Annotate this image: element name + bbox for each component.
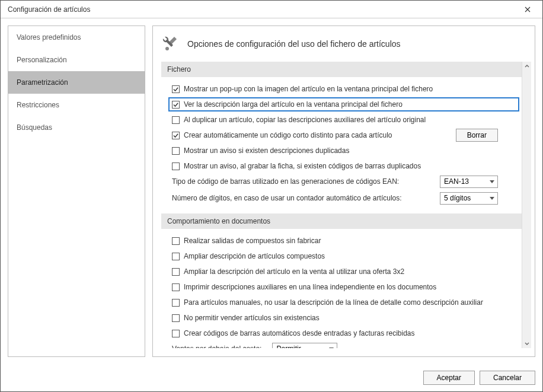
field-label: Tipo de código de barras utilizado en la… [172, 177, 399, 186]
borrar-button[interactable]: Borrar [456, 129, 498, 142]
close-button[interactable] [519, 1, 536, 18]
body: Valores predefinidos Personalización Par… [1, 18, 542, 364]
checkbox-row[interactable]: Realizar salidas de compuestos sin fabri… [172, 234, 517, 248]
scroll-area: Fichero Mostrar un pop-up con la imagen … [161, 62, 531, 348]
chevron-up-icon [525, 64, 529, 69]
checkbox-row[interactable]: Ampliar descripción de artículos compues… [172, 249, 517, 263]
scroll-content: Fichero Mostrar un pop-up con la imagen … [161, 62, 522, 348]
select-digitos[interactable]: 5 dígitos [440, 192, 498, 205]
main-panel: Opciones de configuración del uso del fi… [152, 26, 535, 357]
chevron-down-icon [525, 341, 529, 346]
checkbox-label: Mostrar un pop-up con la imagen del artí… [184, 85, 433, 93]
checkbox-label: Realizar salidas de compuestos sin fabri… [184, 237, 321, 245]
close-icon [525, 7, 531, 12]
select-value: Permitir [276, 345, 301, 348]
checkbox-row[interactable]: Al duplicar un artículo, copiar las desc… [172, 113, 517, 127]
cancel-button[interactable]: Cancelar [480, 371, 535, 385]
field-row: Número de dígitos, en caso de usar un co… [172, 191, 517, 205]
checkbox-icon [172, 85, 180, 93]
sidebar-item-parametrizacion[interactable]: Parametrización [8, 71, 145, 94]
select-value: EAN-13 [444, 177, 469, 186]
checkbox-icon [172, 330, 180, 337]
checkbox-row[interactable]: Crear códigos de barras automáticos desd… [172, 326, 517, 340]
sidebar-item-busquedas[interactable]: Búsquedas [8, 116, 145, 139]
checkbox-row-highlighted[interactable]: Ver la descripción larga del artículo en… [168, 97, 519, 111]
sidebar-item-label: Parametrización [17, 78, 68, 87]
select-ventas-costo[interactable]: Permitir [272, 343, 337, 349]
checkbox-icon [172, 132, 180, 139]
section-header-fichero: Fichero [161, 62, 522, 77]
sidebar-item-label: Valores predefinidos [17, 33, 81, 42]
checkbox-row[interactable]: No permitir vender artículos sin existen… [172, 311, 517, 325]
main-header: Opciones de configuración del uso del fi… [161, 34, 531, 53]
field-label: Número de dígitos, en caso de usar un co… [172, 194, 402, 202]
checkbox-label: Ver la descripción larga del artículo en… [184, 100, 403, 109]
checkbox-row[interactable]: Para artículos manuales, no usar la desc… [172, 295, 517, 310]
titlebar: Configuración de artículos [1, 1, 542, 18]
field-label: Ventas por debajo del costo: [172, 345, 261, 348]
scroll-down-button[interactable] [522, 339, 531, 348]
checkbox-label: Crear automáticamente un código corto di… [184, 131, 392, 139]
page-title: Opciones de configuración del uso del fi… [187, 39, 401, 49]
section-comportamiento: Realizar salidas de compuestos sin fabri… [161, 234, 522, 348]
checkbox-icon [172, 237, 180, 245]
checkbox-label: Crear códigos de barras automáticos desd… [184, 329, 415, 337]
checkbox-row[interactable]: Mostrar un aviso, al grabar la ficha, si… [172, 159, 517, 173]
field-row: Ventas por debajo del costo: Permitir [172, 342, 517, 348]
checkbox-icon [172, 314, 180, 322]
field-row: Tipo de código de barras utilizado en la… [172, 174, 517, 189]
checkbox-row[interactable]: Mostrar un pop-up con la imagen del artí… [172, 82, 517, 96]
tools-icon [161, 34, 180, 53]
footer: Aceptar Cancelar [1, 364, 542, 391]
checkbox-row[interactable]: Mostrar un aviso si existen descripcione… [172, 144, 517, 158]
sidebar-item-personalizacion[interactable]: Personalización [8, 49, 145, 71]
sidebar-item-label: Personalización [17, 56, 67, 64]
scroll-up-button[interactable] [522, 62, 531, 71]
accept-button[interactable]: Aceptar [423, 371, 475, 385]
checkbox-label: Mostrar un aviso, al grabar la ficha, si… [184, 162, 421, 170]
sidebar: Valores predefinidos Personalización Par… [8, 26, 145, 357]
checkbox-row[interactable]: Crear automáticamente un código corto di… [172, 128, 517, 142]
window-title: Configuración de artículos [8, 5, 90, 14]
checkbox-icon [172, 253, 180, 260]
select-value: 5 dígitos [444, 194, 471, 202]
checkbox-icon [172, 147, 180, 155]
svg-point-0 [165, 47, 169, 50]
checkbox-row[interactable]: Imprimir descripciones auxiliares en una… [172, 280, 517, 294]
checkbox-icon [172, 283, 180, 291]
sidebar-item-label: Restricciones [17, 101, 59, 109]
checkbox-label: Al duplicar un artículo, copiar las desc… [184, 116, 426, 124]
checkbox-icon [172, 268, 180, 276]
dialog-window: Configuración de artículos Valores prede… [0, 0, 543, 392]
checkbox-label: No permitir vender artículos sin existen… [184, 314, 320, 322]
sidebar-item-valores[interactable]: Valores predefinidos [8, 26, 145, 49]
checkbox-label: Mostrar un aviso si existen descripcione… [184, 146, 349, 155]
checkbox-icon [172, 101, 180, 109]
checkbox-row[interactable]: Ampliar la descripción del artículo en l… [172, 264, 517, 279]
checkbox-label: Imprimir descripciones auxiliares en una… [184, 283, 436, 291]
checkbox-label: Ampliar la descripción del artículo en l… [184, 267, 404, 276]
checkbox-label: Ampliar descripción de artículos compues… [184, 252, 325, 260]
section-header-comportamiento: Comportamiento en documentos [161, 213, 522, 229]
checkbox-icon [172, 299, 180, 307]
checkbox-label: Para artículos manuales, no usar la desc… [184, 298, 483, 307]
checkbox-icon [172, 162, 180, 170]
select-tipo-barras[interactable]: EAN-13 [440, 176, 498, 188]
section-fichero: Mostrar un pop-up con la imagen del artí… [161, 82, 522, 213]
sidebar-item-restricciones[interactable]: Restricciones [8, 94, 145, 116]
sidebar-item-label: Búsquedas [17, 123, 52, 132]
scrollbar[interactable] [522, 62, 531, 348]
checkbox-icon [172, 116, 180, 124]
